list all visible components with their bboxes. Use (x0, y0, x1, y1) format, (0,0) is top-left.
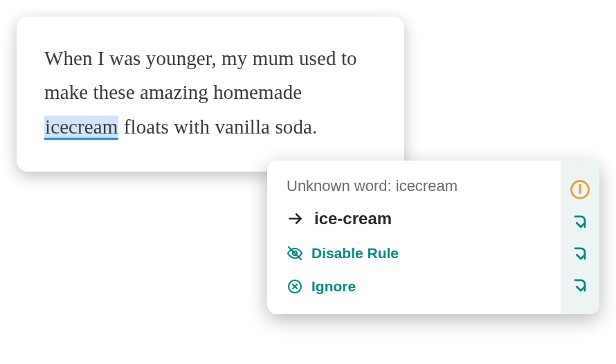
popup-main: Unknown word: icecream ice-cream Disable… (267, 161, 561, 314)
text-before: When I was younger, my mum used to make … (44, 47, 357, 103)
spellcheck-popup: Unknown word: icecream ice-cream Disable… (267, 161, 599, 314)
editor-card: When I was younger, my mum used to make … (17, 17, 404, 172)
svg-point-8 (579, 185, 581, 186)
eye-off-icon (287, 245, 303, 262)
editor-text[interactable]: When I was younger, my mum used to make … (44, 42, 377, 144)
misspelled-word[interactable]: icecream (44, 116, 118, 140)
close-circle-icon (287, 278, 303, 295)
ignore-button[interactable]: Ignore (287, 275, 547, 298)
ignore-label: Ignore (311, 278, 356, 295)
apply-next-icon[interactable] (570, 276, 590, 295)
apply-next-icon[interactable] (570, 212, 590, 232)
popup-sidebar (561, 161, 599, 314)
popup-title: Unknown word: icecream (287, 177, 547, 195)
text-after: floats with vanilla soda. (118, 116, 317, 138)
disable-rule-button[interactable]: Disable Rule (287, 242, 547, 264)
suggestion-text: ice-cream (314, 209, 392, 228)
apply-next-icon[interactable] (570, 244, 590, 264)
info-icon[interactable] (570, 179, 590, 200)
suggestion-row[interactable]: ice-cream (287, 206, 547, 231)
arrow-right-icon (287, 210, 305, 228)
disable-rule-label: Disable Rule (311, 245, 399, 262)
